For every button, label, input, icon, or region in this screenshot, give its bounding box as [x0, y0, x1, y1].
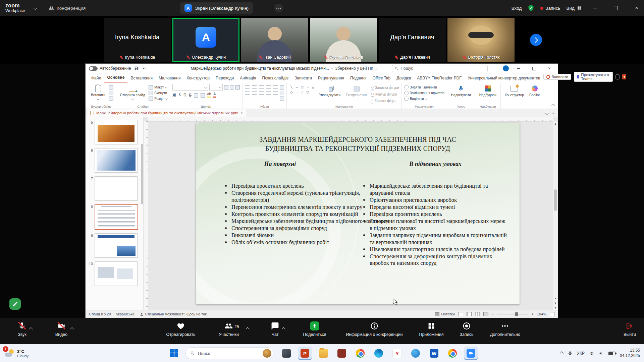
tab-view[interactable]: Подання: [347, 74, 369, 82]
replace-fonts-button[interactable]: Замінювання шрифтів: [404, 91, 444, 95]
participant-tile-viktoria[interactable]: Вікторія Толстяк: [447, 18, 515, 62]
shape-effects-button[interactable]: ◌Ефекти фігур: [371, 98, 399, 104]
taskbar-app-office[interactable]: [335, 347, 348, 360]
editor-scrollbar[interactable]: ▲ ▲ ▼ ▼: [553, 121, 558, 310]
right-column-heading[interactable]: В підземних умовах: [377, 161, 493, 168]
taskbar-search-box[interactable]: Поиск: [185, 347, 273, 359]
vertical-ruler[interactable]: [144, 121, 148, 310]
tab-design[interactable]: Конструктор: [183, 74, 212, 82]
align-text-icon[interactable]: [280, 91, 284, 95]
justify-icon[interactable]: [266, 92, 271, 95]
layout-button[interactable]: Макет: [149, 85, 167, 89]
select-button[interactable]: Виділити: [404, 97, 444, 101]
participants-options-chevron[interactable]: [246, 327, 249, 331]
tab-abbyy[interactable]: ABBYY FineReader PDF: [414, 74, 465, 82]
font-color-button[interactable]: А: [213, 92, 216, 98]
account-avatar[interactable]: [503, 65, 509, 71]
tray-overflow-chevron[interactable]: [560, 351, 564, 355]
next-participants-button[interactable]: [530, 34, 542, 46]
mute-button[interactable]: Звук: [18, 321, 26, 337]
present-in-teams-button[interactable]: Презентувати в Teams: [574, 72, 612, 82]
tab-draw[interactable]: Малювання: [156, 74, 183, 82]
font-size-combo[interactable]: [209, 84, 223, 90]
share-document-icon[interactable]: [622, 74, 626, 79]
search-box[interactable]: Пошук: [392, 65, 488, 72]
line-spacing-icon[interactable]: [273, 85, 278, 89]
clock[interactable]: 13:55 04.12.2025: [620, 348, 640, 358]
tab-home[interactable]: Основне: [104, 73, 128, 82]
right-bullet-list[interactable]: Маркшейдерське забезпечення при будівниц…: [362, 183, 507, 267]
audio-options-chevron[interactable]: [29, 327, 33, 331]
text-direction-icon[interactable]: [280, 85, 284, 89]
scrollbar-thumb[interactable]: [554, 189, 557, 211]
reactions-button[interactable]: Отреагировать: [166, 321, 195, 337]
columns-icon[interactable]: [273, 92, 278, 95]
chat-options-chevron[interactable]: [282, 327, 285, 331]
video-options-chevron[interactable]: [70, 327, 74, 331]
taskbar-app-browser[interactable]: [409, 347, 422, 360]
slide-thumb-6[interactable]: 6: [88, 148, 141, 173]
section-button[interactable]: Розділ: [149, 97, 167, 101]
tab-list-chevron-icon[interactable]: [545, 111, 549, 115]
apps-button[interactable]: Приложения: [419, 321, 443, 337]
weather-widget[interactable]: 1 3°C Cloudy: [5, 349, 29, 358]
window-close-button[interactable]: ×: [629, 0, 644, 16]
more-button[interactable]: Дополнительно: [490, 321, 520, 337]
bullets-icon[interactable]: [245, 85, 250, 89]
next-slide-icon[interactable]: ▼: [553, 301, 558, 305]
volume-icon[interactable]: [599, 351, 604, 356]
collapse-ribbon-icon[interactable]: [551, 104, 555, 108]
undo-icon[interactable]: [142, 66, 147, 71]
align-left-icon[interactable]: [245, 92, 250, 95]
tab-transitions[interactable]: Переходи: [213, 74, 237, 82]
comments-icon[interactable]: [615, 74, 620, 79]
font-name-combo[interactable]: [172, 84, 208, 90]
slide-thumb-9[interactable]: 9: [88, 233, 141, 258]
taskbar-app-zoom[interactable]: [464, 347, 478, 360]
saved-status[interactable]: Збережено у цей ПК: [335, 66, 377, 71]
format-painter-icon[interactable]: [109, 97, 113, 101]
tab-office-tab[interactable]: Office Tab: [370, 74, 394, 82]
ppt-minimize-button[interactable]: [513, 64, 524, 73]
accessibility-status[interactable]: Спеціальні можливості: щось не так: [140, 312, 207, 316]
grow-font-icon[interactable]: [224, 85, 228, 89]
participant-tile-ruslan[interactable]: Руслан Сошніков: [310, 18, 377, 62]
previous-slide-icon[interactable]: ▲: [553, 296, 558, 301]
shape-fill-button[interactable]: ◇Заливка фігури: [371, 85, 399, 90]
view-button[interactable]: Вид: [567, 6, 582, 11]
tab-shared-screen[interactable]: A Экран (Олександр Кучин): [180, 2, 253, 14]
addins-button[interactable]: Надбудови: [478, 84, 498, 98]
notes-button[interactable]: Нотатки: [435, 312, 455, 316]
fit-slide-icon[interactable]: [550, 312, 554, 316]
window-maximize-button[interactable]: [608, 0, 623, 16]
tab-file[interactable]: Файл: [88, 74, 104, 82]
smartart-icon[interactable]: [280, 97, 284, 101]
tab-insert[interactable]: Вставлення: [127, 74, 156, 82]
highlight-color-button[interactable]: ab: [207, 92, 211, 98]
char-spacing-icon[interactable]: [201, 93, 205, 98]
record-button[interactable]: Запись: [460, 321, 473, 337]
tab-animations[interactable]: Анімація: [237, 74, 259, 82]
increase-indent-icon[interactable]: [266, 85, 271, 89]
participant-tile-ivan[interactable]: Іван Садовий: [241, 18, 308, 62]
copy-icon[interactable]: [109, 91, 113, 95]
zoom-in-icon[interactable]: +: [531, 312, 533, 316]
reading-view-icon[interactable]: [475, 312, 480, 316]
slideshow-view-icon[interactable]: [483, 312, 488, 316]
tray-mic-icon[interactable]: [568, 351, 573, 356]
shape-outline-button[interactable]: ◻Контур фігури: [371, 92, 399, 97]
clear-format-icon[interactable]: [235, 85, 240, 89]
participant-tile-darya[interactable]: Дар’я Галкевич Дар’я Галкевич: [379, 18, 446, 62]
participant-tile-oleksandr[interactable]: A Олександр Кучин: [172, 18, 239, 62]
language-switcher[interactable]: УКР: [577, 351, 585, 356]
arrange-button[interactable]: Упорядкувати: [317, 84, 342, 98]
tab-help[interactable]: Довідка: [393, 74, 414, 82]
zoom-slider[interactable]: [497, 314, 528, 314]
italic-button[interactable]: К: [178, 93, 181, 98]
numbering-icon[interactable]: [252, 85, 257, 89]
document-tab[interactable]: Маркшейдерські роботи при будівництві та…: [87, 109, 246, 117]
close-all-tabs-icon[interactable]: ×: [552, 111, 554, 115]
panel-scrollbar[interactable]: [141, 144, 143, 204]
designer-button[interactable]: Конструктор: [503, 84, 526, 98]
tab-meeting[interactable]: Конференция: [49, 5, 86, 11]
